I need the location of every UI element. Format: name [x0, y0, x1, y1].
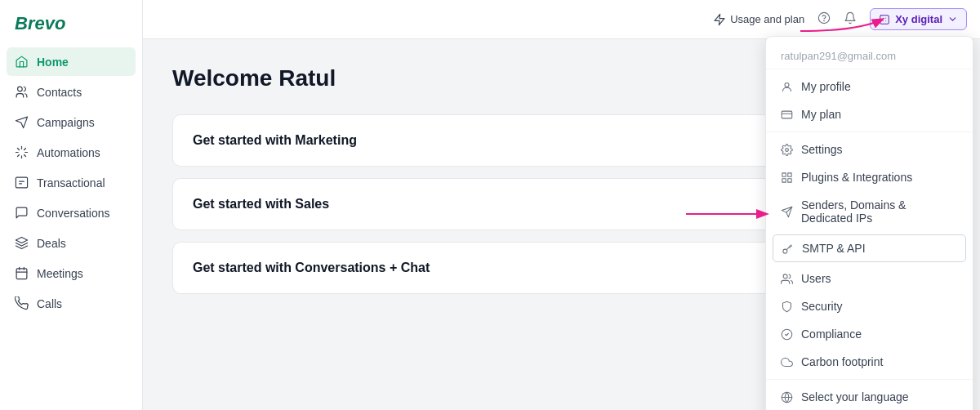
grid-icon: [781, 172, 793, 184]
svg-rect-2: [16, 177, 27, 188]
building-icon: [879, 14, 890, 25]
dropdown-carbon[interactable]: Carbon footprint: [766, 348, 973, 376]
bell-icon-button[interactable]: [844, 11, 857, 28]
shield-icon: [781, 301, 793, 313]
dropdown-email: ratulpan291@gmail.com: [766, 42, 973, 69]
transactional-icon: [15, 176, 29, 189]
user-icon: [781, 81, 793, 93]
calls-icon: [15, 296, 29, 310]
smtp-api-label: SMTP & API: [802, 242, 866, 255]
sidebar-label-calls: Calls: [37, 297, 62, 310]
svg-rect-12: [782, 178, 786, 181]
dropdown-section-profile: My profile My plan: [766, 69, 973, 132]
svg-point-16: [783, 249, 787, 253]
sidebar-nav: Home Contacts Campaigns Automations Tran…: [0, 44, 142, 321]
help-circle-icon: [817, 11, 831, 25]
svg-point-17: [783, 274, 787, 278]
sidebar-label-transactional: Transactional: [37, 176, 105, 189]
dropdown-section-language: Select your language Log out: [766, 380, 973, 410]
user-dropdown-button[interactable]: Xy digital: [870, 8, 967, 30]
credit-card-icon: [781, 109, 793, 121]
usage-and-plan-button[interactable]: Usage and plan: [713, 13, 804, 26]
settings-label: Settings: [801, 143, 843, 156]
sidebar-item-meetings[interactable]: Meetings: [7, 259, 136, 287]
plugins-label: Plugins & Integrations: [801, 171, 912, 184]
dropdown-language[interactable]: Select your language: [766, 383, 973, 410]
sidebar-item-campaigns[interactable]: Campaigns: [7, 108, 136, 136]
sidebar-label-deals: Deals: [37, 237, 66, 250]
home-icon: [15, 55, 29, 69]
sidebar-item-calls[interactable]: Calls: [7, 289, 136, 318]
dropdown-compliance[interactable]: Compliance: [766, 320, 973, 348]
campaigns-icon: [15, 115, 29, 129]
deals-icon: [15, 236, 29, 250]
sidebar-item-transactional[interactable]: Transactional: [7, 168, 136, 197]
sidebar-label-campaigns: Campaigns: [37, 116, 95, 129]
svg-point-4: [819, 12, 830, 23]
dropdown-my-plan[interactable]: My plan: [766, 100, 973, 128]
svg-rect-11: [788, 172, 791, 176]
compliance-label: Compliance: [801, 328, 862, 341]
dropdown-plugins[interactable]: Plugins & Integrations: [766, 163, 973, 191]
svg-rect-6: [880, 15, 889, 24]
check-circle-icon: [781, 328, 793, 341]
meetings-icon: [15, 266, 29, 280]
svg-point-0: [18, 87, 23, 91]
dropdown-smtp-api[interactable]: SMTP & API: [773, 234, 966, 262]
dropdown-settings[interactable]: Settings: [766, 136, 973, 163]
sidebar-item-deals[interactable]: Deals: [7, 229, 136, 257]
dropdown-my-profile[interactable]: My profile: [766, 73, 973, 100]
sidebar-item-home[interactable]: Home: [7, 47, 136, 76]
chevron-down-icon: [947, 14, 958, 25]
sidebar-label-automations: Automations: [37, 146, 100, 159]
user-name: Xy digital: [895, 13, 942, 25]
globe-icon: [781, 391, 793, 403]
security-label: Security: [801, 300, 843, 313]
dropdown-section-settings: Settings Plugins & Integrations Senders,…: [766, 132, 973, 380]
carbon-footprint-label: Carbon footprint: [801, 355, 883, 368]
settings-icon: [781, 144, 793, 156]
my-profile-label: My profile: [801, 80, 851, 93]
user-dropdown-menu: ratulpan291@gmail.com My profile My plan…: [765, 36, 973, 410]
bolt-icon: [713, 13, 726, 26]
sidebar-item-wrapper-home: Home: [7, 47, 136, 76]
sidebar-label-conversations: Conversations: [37, 207, 110, 220]
dropdown-senders[interactable]: Senders, Domains & Dedicated IPs: [766, 191, 973, 232]
dropdown-security[interactable]: Security: [766, 292, 973, 320]
svg-rect-13: [788, 178, 791, 181]
users-label: Users: [801, 272, 831, 285]
svg-marker-1: [16, 117, 27, 127]
sidebar-label-meetings: Meetings: [37, 267, 83, 280]
svg-rect-3: [16, 269, 27, 279]
usage-label: Usage and plan: [730, 13, 804, 25]
senders-label: Senders, Domains & Dedicated IPs: [801, 198, 958, 225]
svg-rect-8: [782, 111, 792, 118]
automations-icon: [15, 145, 29, 159]
language-label: Select your language: [801, 390, 909, 403]
sidebar: Brevo Home Contacts Campaigns Automation…: [0, 0, 143, 410]
svg-point-7: [785, 82, 789, 87]
svg-rect-10: [782, 172, 786, 176]
users-icon: [781, 273, 793, 285]
sidebar-label-home: Home: [37, 56, 69, 69]
brand-name: Brevo: [15, 13, 65, 33]
contacts-icon: [15, 85, 29, 99]
cloud-icon: [781, 356, 793, 368]
bell-icon: [844, 11, 857, 25]
sidebar-label-contacts: Contacts: [37, 86, 82, 99]
topbar: Usage and plan Xy digital: [143, 0, 980, 39]
svg-point-9: [786, 148, 789, 151]
sidebar-item-conversations[interactable]: Conversations: [7, 198, 136, 227]
dropdown-users[interactable]: Users: [766, 265, 973, 292]
help-icon-button[interactable]: [817, 11, 831, 28]
send-icon: [781, 206, 793, 218]
conversations-icon: [15, 206, 29, 220]
my-plan-label: My plan: [801, 108, 841, 121]
key-icon: [782, 243, 794, 255]
sidebar-item-automations[interactable]: Automations: [7, 138, 136, 167]
sidebar-item-contacts[interactable]: Contacts: [7, 78, 136, 106]
svg-point-5: [824, 20, 825, 21]
logo[interactable]: Brevo: [0, 0, 142, 44]
